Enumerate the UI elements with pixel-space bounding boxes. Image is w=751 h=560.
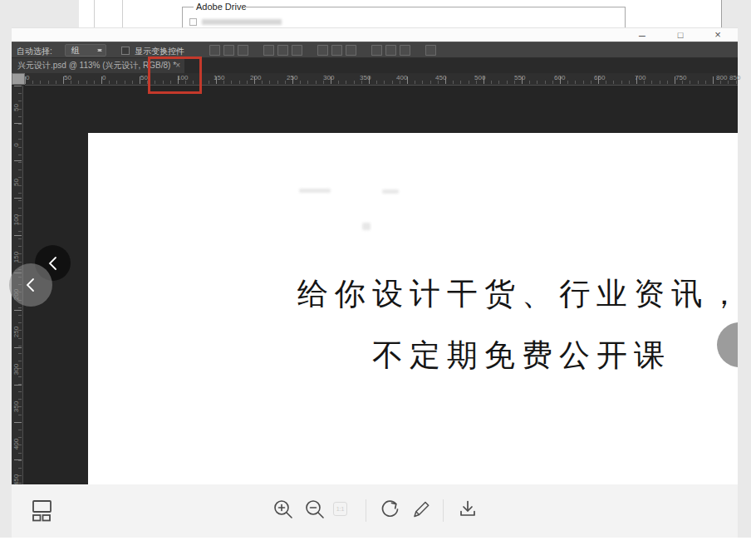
document-canvas: 给你设计干货、行业资讯， 不定期免费公开课 [88,133,738,484]
canvas-viewport: 给你设计干货、行业资讯， 不定期免费公开课 [12,86,738,484]
hruler-label-500: 500 [474,74,485,81]
red-highlight-box [148,56,202,94]
hruler-label-350: 350 [360,74,371,81]
align-vertical-centers-icon[interactable] [223,45,234,56]
horizontal-ruler: 0500501001502002503003504004505005506006… [25,73,738,86]
distribute-right-edges-icon[interactable] [400,45,410,56]
vruler-label-300: 300 [12,364,20,376]
hruler-label-450: 450 [435,74,446,81]
hruler-label-0: 0 [102,74,106,81]
ruler-major-ticks [25,76,738,84]
toolbar-divider [443,499,444,522]
auto-select-value: 组 [71,46,80,55]
chevron-left-icon [24,277,37,293]
window-titlebar: – □ × [12,27,738,42]
groupbox-label: Adobe Drive [196,2,247,12]
hruler-label-250: 250 [287,74,297,81]
carousel-prev-button-secondary[interactable] [9,263,52,307]
maximize-button[interactable]: □ [669,28,692,42]
vruler-label-50: 50 [12,177,20,189]
hruler-label-50: 50 [140,74,148,81]
options-bar: 自动选择: 组 显示变换控件 [12,42,738,58]
vruler-label-50: 50 [12,102,20,114]
faint-artifact [382,189,399,194]
close-button[interactable]: × [706,28,729,42]
align-bottom-edges-icon[interactable] [238,45,248,56]
hruler-label-800: 800 [716,74,727,81]
hruler-label-550: 550 [514,74,525,81]
groupbox-border [245,7,625,7]
align-right-edges-icon[interactable] [292,45,302,56]
dialog-divider [94,0,95,27]
canvas-text-line1: 给你设计干货、行业资讯， [297,273,738,315]
dialog-divider [122,0,123,27]
distribute-bottom-edges-icon[interactable] [346,45,356,56]
groupbox-border [625,7,626,27]
hruler-label-300: 300 [323,74,334,81]
hruler-label-600: 600 [554,74,565,81]
desktop-gutter-right [738,27,751,538]
pencil-icon[interactable] [410,498,433,521]
zoom-ratio-button[interactable]: 1:1 [333,502,347,516]
auto-select-label: 自动选择: [17,46,52,57]
distribute-vertical-centers-icon[interactable] [331,45,342,56]
hruler-label-850: 850 [729,74,740,81]
hruler-label-0: 0 [26,74,29,81]
background-dialog-panel: Adobe Drive [79,0,721,27]
chevron-up-down-icon [96,47,102,54]
align-horizontal-centers-icon[interactable] [277,45,288,56]
screen: Adobe Drive – □ × 自动选择: 组 显示变换控件 [0,0,751,560]
chevron-left-icon [47,256,60,271]
vruler-label-100: 100 [12,214,20,226]
hruler-label-700: 700 [635,74,645,81]
ruler-origin-corner[interactable] [12,73,25,85]
download-icon[interactable] [456,498,479,521]
hruler-label-150: 150 [214,74,224,81]
distribute-top-edges-icon[interactable] [317,45,328,56]
show-transform-label: 显示变换控件 [135,46,184,57]
rotate-icon[interactable] [379,498,402,521]
distribute-left-edges-icon[interactable] [371,45,382,56]
zoom-out-icon[interactable] [303,498,326,521]
minimize-button[interactable]: – [631,28,654,42]
background-window: Adobe Drive [0,0,751,27]
faint-artifact [362,223,371,230]
canvas-text-line2: 不定期免费公开课 [372,335,671,376]
faint-artifact [299,189,331,193]
align-left-edges-icon[interactable] [263,45,274,56]
background-checkbox[interactable] [189,18,197,26]
vruler-label-250: 250 [12,327,20,338]
hruler-label-50: 50 [64,74,71,81]
align-top-edges-icon[interactable] [209,45,220,56]
groupbox-border [182,7,183,27]
vruler-label-0: 0 [12,140,20,151]
hruler-label-200: 200 [250,74,261,81]
auto-select-dropdown[interactable]: 组 [65,44,106,56]
document-tab-bar: 兴元设计.psd @ 113% (兴元设计, RGB/8) * × [12,58,738,73]
desktop-background [0,538,751,560]
dialog-edge [721,0,722,27]
background-checkbox-label [202,19,282,25]
viewer-toolbar: 1:1 [12,484,738,538]
auto-align-layers-icon[interactable] [425,45,436,56]
zoom-in-icon[interactable] [272,498,295,521]
show-transform-checkbox[interactable] [121,47,130,55]
viewer-window: – □ × 自动选择: 组 显示变换控件 兴元设计.psd @ 113% (兴元… [12,27,738,538]
vruler-label-150: 150 [12,252,20,263]
groupbox-border [182,7,194,7]
hruler-label-750: 750 [675,74,686,81]
toolbar-divider [366,499,366,522]
hruler-label-400: 400 [396,74,407,81]
distribute-horizontal-centers-icon[interactable] [385,45,396,56]
hruler-label-650: 650 [594,74,605,81]
layout-thumbnails-icon[interactable] [32,499,53,523]
vruler-label-400: 400 [12,439,20,450]
vruler-label-350: 350 [12,401,20,413]
